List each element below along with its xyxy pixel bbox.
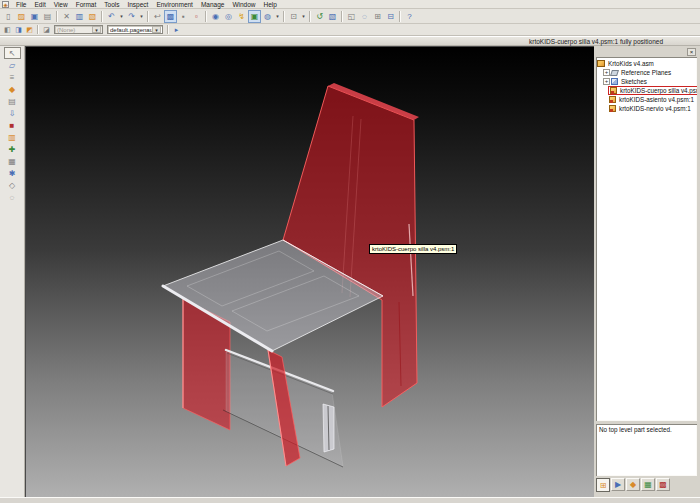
coordinate-list-icon: ≡ — [10, 73, 15, 82]
menu-manage[interactable]: Manage — [197, 0, 229, 9]
lasso-tool-button[interactable]: ◌ — [4, 191, 21, 203]
go-icon: ▸ — [175, 26, 179, 34]
tree-label: krtoKIDS-asiento v4.psm:1 — [617, 96, 694, 103]
last-view-button[interactable]: ⊟ — [384, 10, 397, 23]
regenerate-icon: ↺ — [316, 12, 323, 21]
undo-dropdown[interactable]: ▾ — [118, 10, 125, 23]
pull-tool-button[interactable]: ⇩ — [4, 107, 21, 119]
zoom-window-button[interactable]: ◱ — [345, 10, 358, 23]
lasso-icon: ◌ — [10, 193, 15, 202]
menu-format[interactable]: Format — [72, 0, 101, 9]
paste-icon: ▧ — [89, 12, 97, 21]
previous-view-button[interactable]: ↩ — [151, 10, 164, 23]
paste-button[interactable]: ▧ — [86, 10, 99, 23]
globe-dropdown[interactable]: ▾ — [274, 10, 281, 23]
shaded-view-button[interactable]: ▩ — [164, 10, 177, 23]
print-button[interactable]: ▤ — [41, 10, 54, 23]
page-combo-caret-icon[interactable]: ▾ — [152, 26, 161, 33]
viewport-caret-icon: ▾ — [302, 13, 305, 19]
configuration-tab[interactable]: ▩ — [656, 478, 670, 491]
stamp-tool-button[interactable]: ▥ — [4, 131, 21, 143]
redo-button[interactable]: ↷ — [125, 10, 138, 23]
solid-box-button[interactable]: ▧ — [326, 10, 339, 23]
wireframe-view-button[interactable]: ▪ — [177, 10, 190, 23]
grid-tool-button[interactable]: ▦ — [4, 155, 21, 167]
boolean-box-icon: ■ — [10, 121, 15, 130]
part-icon — [609, 105, 616, 112]
globe-caret-icon: ▾ — [276, 13, 279, 19]
view-orientation-button[interactable]: ◉ — [209, 10, 222, 23]
menu-help[interactable]: Help — [260, 0, 281, 9]
relations-tool-button[interactable]: ◇ — [4, 179, 21, 191]
select-tool-button[interactable]: ↖ — [4, 47, 21, 59]
structure-tab-icon: ⊞ — [600, 481, 607, 490]
new-button[interactable]: ▯ — [2, 10, 15, 23]
relations-tab[interactable]: ◆ — [626, 478, 640, 491]
tree-row-cuerpo-silla[interactable]: krtoKIDS-cuerpo silla v4.psm:1 — [597, 86, 696, 95]
cut-button[interactable]: ✕ — [60, 10, 73, 23]
selection-tab[interactable]: ▶ — [611, 478, 625, 491]
wireframe-view-icon: ▪ — [182, 12, 185, 21]
toolbar-separator — [37, 25, 39, 34]
coordinate-tool-button[interactable]: ≡ — [4, 71, 21, 83]
annotation-sheet-button[interactable]: ◪ — [41, 25, 52, 35]
viewport-3d[interactable]: krtoKIDS-cuerpo silla v4.psm:1 — [25, 46, 594, 497]
layers-tab-icon: ▦ — [644, 480, 652, 489]
machine-tool-button[interactable]: ▤ — [4, 95, 21, 107]
fit-view-button[interactable]: ⊞ — [371, 10, 384, 23]
menu-tools[interactable]: Tools — [100, 0, 123, 9]
tree-row-sketches[interactable]: + Sketches — [597, 77, 696, 86]
tree-row-assembly[interactable]: KrtoKids v4.asm — [597, 59, 696, 68]
open-button[interactable]: ▨ — [15, 10, 28, 23]
hidden-line-view-button[interactable]: ▫ — [190, 10, 203, 23]
part-tool-button[interactable]: ◆ — [4, 83, 21, 95]
selection-status-text: No top level part selected. — [599, 426, 694, 433]
viewport-layout-dropdown[interactable]: ▾ — [300, 10, 307, 23]
zoom-button[interactable]: ◌ — [358, 10, 371, 23]
undo-button[interactable]: ↶ — [105, 10, 118, 23]
layers-tab[interactable]: ▦ — [641, 478, 655, 491]
sheet-layout-1-icon: ◧ — [4, 26, 11, 34]
app-icon: ◈ — [2, 1, 9, 8]
regenerate-button[interactable]: ↺ — [313, 10, 326, 23]
sheet-layout-3-button[interactable]: ◩ — [24, 25, 35, 35]
workplane-tool-button[interactable]: ▱ — [4, 59, 21, 71]
add-material-tool-button[interactable]: ✚ — [4, 143, 21, 155]
page-combo[interactable]: default.pagenaute ▾ — [107, 25, 163, 34]
menu-edit[interactable]: Edit — [30, 0, 49, 9]
chair-model[interactable] — [25, 46, 594, 497]
toolbar-separator — [147, 11, 149, 22]
tree-row-nervio[interactable]: krtoKIDS-nervio v4.psm:1 — [597, 104, 696, 113]
sheet-layout-1-button[interactable]: ◧ — [2, 25, 13, 35]
close-icon[interactable]: × — [687, 48, 696, 56]
tree-row-reference-planes[interactable]: + Reference Planes — [597, 68, 696, 77]
context-help-button[interactable]: ? — [403, 10, 416, 23]
save-button[interactable]: ▣ — [28, 10, 41, 23]
menu-file[interactable]: File — [12, 0, 30, 9]
menu-environment[interactable]: Environment — [152, 0, 197, 9]
menu-inspect[interactable]: Inspect — [123, 0, 152, 9]
context-help-icon: ? — [407, 12, 411, 21]
tree-row-asiento[interactable]: krtoKIDS-asiento v4.psm:1 — [597, 95, 696, 104]
part-box-icon: ◆ — [9, 85, 15, 94]
modify-tool-button[interactable]: ✱ — [4, 167, 21, 179]
boolean-tool-button[interactable]: ■ — [4, 119, 21, 131]
structure-browser: × KrtoKids v4.asm + Reference Planes + S… — [594, 46, 700, 497]
machine-icon: ▤ — [8, 97, 16, 106]
expand-icon[interactable]: + — [603, 78, 610, 85]
framed-view-button[interactable]: ▣ — [248, 10, 261, 23]
menu-view[interactable]: View — [50, 0, 72, 9]
menu-window[interactable]: Window — [228, 0, 259, 9]
globe-button[interactable]: ◍ — [261, 10, 274, 23]
copy-button[interactable]: ▥ — [73, 10, 86, 23]
go-button[interactable]: ▸ — [171, 25, 182, 35]
expand-icon[interactable]: + — [603, 69, 610, 76]
sheet-layout-2-button[interactable]: ◨ — [13, 25, 24, 35]
viewport-title: krtoKIDS-cuerpo silla v4.psm:1 fully pos… — [529, 38, 663, 45]
redo-dropdown[interactable]: ▾ — [138, 10, 145, 23]
dynamic-view-button[interactable]: ↯ — [235, 10, 248, 23]
view-center-button[interactable]: ◎ — [222, 10, 235, 23]
viewport-layout-button[interactable]: ⊡ — [287, 10, 300, 23]
drawing-combo: (None) ▾ — [54, 25, 103, 34]
structure-tab[interactable]: ⊞ — [596, 478, 610, 492]
